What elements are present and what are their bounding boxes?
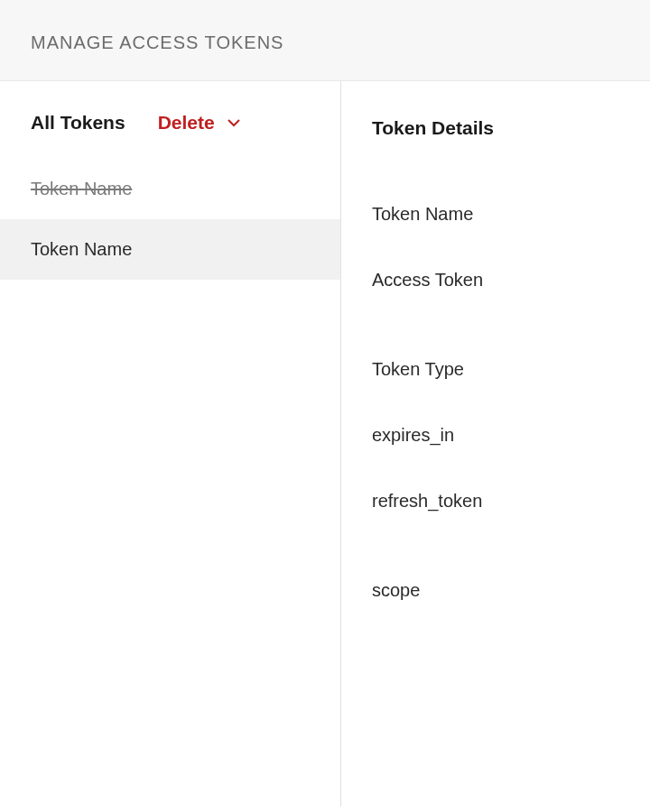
field-token-name: Token Name xyxy=(372,204,619,225)
token-item-label: Token Name xyxy=(31,179,132,198)
delete-label: Delete xyxy=(158,112,215,134)
sidebar-header: All Tokens Delete xyxy=(0,81,340,152)
field-token-type: Token Type xyxy=(372,359,619,380)
token-sidebar: All Tokens Delete Token Name Token Name xyxy=(0,81,341,807)
sidebar-title: All Tokens xyxy=(31,112,125,134)
token-item-label: Token Name xyxy=(31,239,132,259)
token-item[interactable]: Token Name xyxy=(0,219,340,280)
field-label: expires_in xyxy=(372,425,619,446)
header: MANAGE ACCESS TOKENS xyxy=(0,0,650,81)
field-label: scope xyxy=(372,580,619,601)
details-title: Token Details xyxy=(372,117,619,139)
delete-dropdown[interactable]: Delete xyxy=(158,112,240,134)
main-content: All Tokens Delete Token Name Token Name … xyxy=(0,81,650,807)
chevron-down-icon xyxy=(228,119,240,127)
field-label: Access Token xyxy=(372,270,619,291)
field-access-token: Access Token xyxy=(372,270,619,291)
field-label: Token Type xyxy=(372,359,619,380)
field-label: Token Name xyxy=(372,204,619,225)
field-refresh-token: refresh_token xyxy=(372,491,619,512)
field-scope: scope xyxy=(372,580,619,601)
details-panel: Token Details Token Name Access Token To… xyxy=(341,81,650,807)
field-expires-in: expires_in xyxy=(372,425,619,446)
token-list: Token Name Token Name xyxy=(0,159,340,280)
page-title: MANAGE ACCESS TOKENS xyxy=(31,32,619,53)
token-item[interactable]: Token Name xyxy=(0,159,340,219)
field-label: refresh_token xyxy=(372,491,619,512)
